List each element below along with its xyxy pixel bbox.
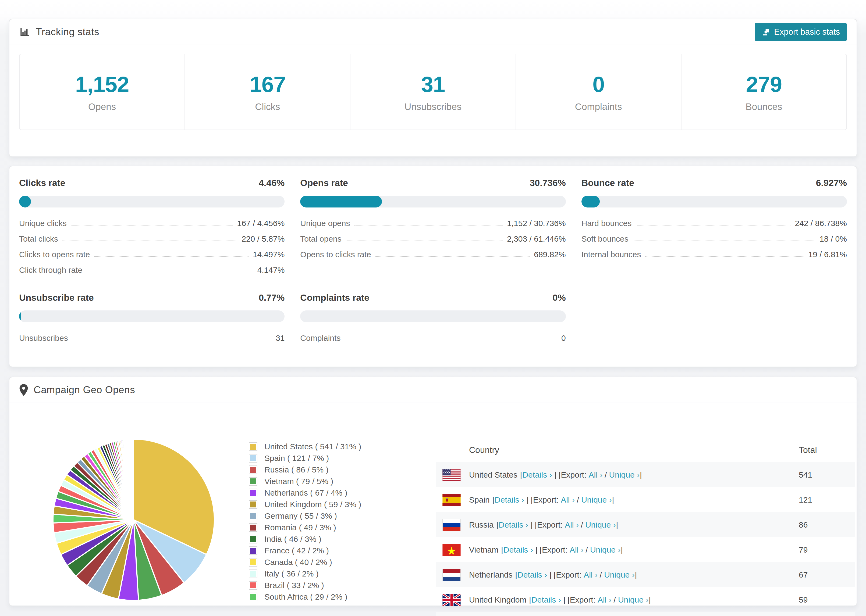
export-basic-stats-button[interactable]: Export basic stats bbox=[755, 23, 847, 41]
geo-table-header: Country Total bbox=[436, 438, 855, 462]
map-marker-icon bbox=[19, 384, 28, 396]
stat-line: Clicks to opens rate14.497% bbox=[19, 244, 285, 259]
bounce-rate-value: 6.927% bbox=[816, 178, 847, 188]
legend-item: Netherlands ( 67 / 4% ) bbox=[249, 487, 361, 498]
export-icon bbox=[762, 28, 770, 36]
summary-strip: 1,152 Opens 167 Clicks 31 Unsubscribes 0… bbox=[19, 54, 847, 130]
opens-rate-value: 30.736% bbox=[529, 178, 565, 188]
country-name: Vietnam bbox=[469, 545, 499, 554]
country-total: 121 bbox=[799, 495, 855, 504]
tracking-stats-page: { "tracking": { "title": "Tracking stats… bbox=[0, 0, 866, 616]
opens-label: Opens bbox=[88, 101, 116, 112]
legend-swatch bbox=[249, 523, 257, 532]
summary-bounces: 279 Bounces bbox=[682, 54, 846, 130]
unsubscribe-rate-value: 0.77% bbox=[259, 292, 285, 303]
export-unique-link[interactable]: Unique › bbox=[604, 570, 635, 579]
export-all-link[interactable]: All › bbox=[565, 520, 579, 529]
details-link[interactable]: Details › bbox=[499, 520, 528, 529]
country-total: 79 bbox=[799, 545, 855, 555]
clicks-rate-value: 4.46% bbox=[259, 178, 285, 188]
bounce-rate-progressbar bbox=[581, 196, 847, 207]
legend-item: Brazil ( 33 / 2% ) bbox=[249, 580, 361, 591]
table-row: Netherlands[Details ›] [Export:All ›/Uni… bbox=[436, 562, 855, 587]
export-all-link[interactable]: All › bbox=[570, 545, 584, 554]
page-title: Tracking stats bbox=[36, 26, 99, 38]
legend-swatch bbox=[249, 569, 257, 578]
country-total: 86 bbox=[799, 520, 855, 530]
details-link[interactable]: Details › bbox=[494, 495, 524, 504]
export-unique-link[interactable]: Unique › bbox=[581, 495, 612, 504]
table-row: United Kingdom[Details ›] [Export:All ›/… bbox=[436, 587, 855, 612]
summary-complaints: 0 Complaints bbox=[516, 54, 682, 130]
table-row: Germany[Details ›] [Export:All ›/Unique … bbox=[436, 612, 855, 616]
es-flag-icon bbox=[436, 494, 469, 506]
stat-line: Total opens2,303 / 61.446% bbox=[300, 228, 565, 244]
legend-item: United Kingdom ( 59 / 3% ) bbox=[249, 498, 361, 510]
legend-swatch bbox=[249, 558, 257, 567]
legend-swatch bbox=[249, 500, 257, 509]
stat-line: Complaints0 bbox=[300, 327, 565, 343]
rates-card: Clicks rate 4.46% Unique clicks167 / 4.4… bbox=[9, 166, 857, 367]
geo-opens-card: Campaign Geo Opens United States ( 541 /… bbox=[9, 377, 857, 606]
legend-item: Vietnam ( 79 / 5% ) bbox=[249, 475, 361, 487]
us-flag-icon bbox=[436, 469, 469, 481]
export-all-link[interactable]: All › bbox=[598, 595, 612, 604]
opens-rate-progressbar bbox=[300, 196, 565, 207]
legend-swatch bbox=[249, 535, 257, 544]
clicks-label: Clicks bbox=[255, 101, 280, 112]
bounces-label: Bounces bbox=[746, 101, 782, 112]
country-name: United States bbox=[469, 470, 518, 479]
unsubscribes-count: 31 bbox=[421, 72, 445, 97]
legend-item: Canada ( 40 / 2% ) bbox=[249, 556, 361, 568]
details-link[interactable]: Details › bbox=[518, 570, 547, 579]
stat-line: Total clicks220 / 5.87% bbox=[19, 228, 285, 244]
opens-rate-title: Opens rate bbox=[300, 178, 348, 188]
bounce-rate-block: Bounce rate 6.927% Hard bounces242 / 86.… bbox=[581, 178, 847, 275]
tracking-stats-card: Tracking stats Export basic stats 1,152 … bbox=[9, 19, 857, 157]
stat-line: Opens to clicks rate689.82% bbox=[300, 244, 565, 259]
details-link[interactable]: Details › bbox=[504, 545, 533, 554]
country-column-header: Country bbox=[436, 445, 799, 455]
details-link[interactable]: Details › bbox=[531, 595, 561, 604]
legend-item: Russia ( 86 / 5% ) bbox=[249, 464, 361, 475]
export-unique-link[interactable]: Unique › bbox=[609, 470, 639, 479]
legend-swatch bbox=[249, 442, 257, 451]
table-row: Spain[Details ›] [Export:All ›/Unique ›]… bbox=[436, 487, 855, 512]
legend-swatch bbox=[249, 489, 257, 497]
legend-swatch bbox=[249, 512, 257, 520]
legend-swatch bbox=[249, 454, 257, 462]
unsubscribe-rate-title: Unsubscribe rate bbox=[19, 292, 94, 303]
geo-opens-pie-chart[interactable] bbox=[50, 436, 217, 603]
export-button-label: Export basic stats bbox=[774, 27, 840, 37]
stat-line: Soft bounces18 / 0% bbox=[581, 228, 847, 244]
geo-opens-table[interactable]: Country Total United States[Details ›] [… bbox=[436, 438, 855, 616]
geo-opens-title: Campaign Geo Opens bbox=[34, 384, 135, 396]
opens-rate-block: Opens rate 30.736% Unique opens1,152 / 3… bbox=[300, 178, 565, 275]
legend-item: India ( 46 / 3% ) bbox=[249, 533, 361, 545]
pie-legend: United States ( 541 / 31% ) Spain ( 121 … bbox=[249, 441, 361, 603]
complaints-count: 0 bbox=[592, 72, 605, 97]
opens-count: 1,152 bbox=[75, 72, 129, 97]
export-all-link[interactable]: All › bbox=[584, 570, 598, 579]
unsubscribes-label: Unsubscribes bbox=[405, 101, 461, 112]
export-unique-link[interactable]: Unique › bbox=[618, 595, 649, 604]
legend-item: Romania ( 49 / 3% ) bbox=[249, 522, 361, 533]
table-row: United States[Details ›] [Export:All ›/U… bbox=[436, 462, 855, 487]
complaints-rate-value: 0% bbox=[553, 292, 566, 303]
legend-item: Italy ( 36 / 2% ) bbox=[249, 568, 361, 580]
nl-flag-icon bbox=[436, 569, 469, 581]
export-unique-link[interactable]: Unique › bbox=[585, 520, 616, 529]
country-total: 59 bbox=[799, 595, 855, 605]
export-unique-link[interactable]: Unique › bbox=[590, 545, 620, 554]
export-all-link[interactable]: All › bbox=[561, 495, 575, 504]
export-all-link[interactable]: All › bbox=[589, 470, 603, 479]
clicks-rate-title: Clicks rate bbox=[19, 178, 65, 188]
legend-swatch bbox=[249, 546, 257, 555]
tracking-stats-header: Tracking stats Export basic stats bbox=[9, 19, 857, 45]
gb-flag-icon bbox=[436, 594, 469, 606]
bounces-count: 279 bbox=[746, 72, 782, 97]
details-link[interactable]: Details › bbox=[522, 470, 552, 479]
summary-unsubscribes: 31 Unsubscribes bbox=[350, 54, 516, 130]
bar-chart-icon bbox=[19, 26, 30, 38]
stat-line: Unique clicks167 / 4.456% bbox=[19, 212, 285, 228]
